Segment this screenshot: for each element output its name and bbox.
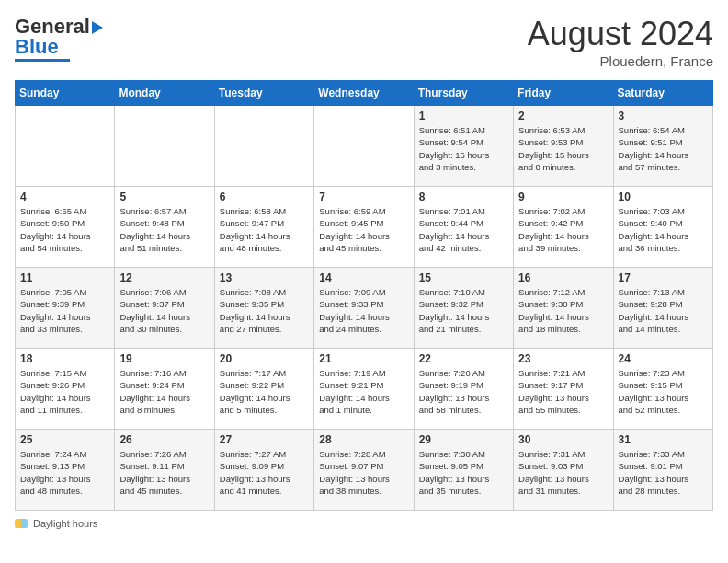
calendar-cell: 7Sunrise: 6:59 AM Sunset: 9:45 PM Daylig…	[314, 187, 414, 268]
calendar-cell	[314, 106, 414, 187]
calendar-week: 11Sunrise: 7:05 AM Sunset: 9:39 PM Dayli…	[16, 268, 713, 349]
day-info: Sunrise: 7:08 AM Sunset: 9:35 PM Dayligh…	[220, 286, 309, 335]
day-number: 1	[419, 109, 508, 122]
calendar-cell: 24Sunrise: 7:23 AM Sunset: 9:15 PM Dayli…	[613, 349, 712, 430]
location: Plouedern, France	[528, 53, 713, 69]
calendar-week: 25Sunrise: 7:24 AM Sunset: 9:13 PM Dayli…	[16, 430, 713, 511]
footer-label: Daylight hours	[33, 518, 97, 529]
calendar-cell: 28Sunrise: 7:28 AM Sunset: 9:07 PM Dayli…	[314, 430, 414, 511]
calendar-cell: 2Sunrise: 6:53 AM Sunset: 9:53 PM Daylig…	[514, 106, 613, 187]
logo-underline	[15, 59, 70, 62]
day-info: Sunrise: 7:03 AM Sunset: 9:40 PM Dayligh…	[619, 205, 708, 254]
day-number: 11	[20, 271, 109, 284]
calendar-cell: 1Sunrise: 6:51 AM Sunset: 9:54 PM Daylig…	[414, 106, 513, 187]
calendar-cell: 23Sunrise: 7:21 AM Sunset: 9:17 PM Dayli…	[514, 349, 613, 430]
day-number: 29	[419, 433, 508, 446]
day-info: Sunrise: 7:21 AM Sunset: 9:17 PM Dayligh…	[518, 367, 608, 416]
day-info: Sunrise: 7:30 AM Sunset: 9:05 PM Dayligh…	[419, 448, 508, 497]
day-info: Sunrise: 6:58 AM Sunset: 9:47 PM Dayligh…	[220, 205, 309, 254]
title-block: August 2024 Plouedern, France	[528, 15, 713, 69]
day-number: 13	[220, 271, 309, 284]
day-number: 18	[20, 352, 109, 365]
header-day: Tuesday	[214, 81, 313, 106]
day-number: 6	[220, 190, 309, 203]
header-day: Monday	[115, 81, 214, 106]
header-day: Sunday	[16, 81, 115, 106]
calendar-cell: 17Sunrise: 7:13 AM Sunset: 9:28 PM Dayli…	[613, 268, 712, 349]
calendar-cell: 5Sunrise: 6:57 AM Sunset: 9:48 PM Daylig…	[115, 187, 214, 268]
day-info: Sunrise: 6:59 AM Sunset: 9:45 PM Dayligh…	[319, 205, 408, 254]
day-number: 4	[20, 190, 109, 203]
calendar-cell: 15Sunrise: 7:10 AM Sunset: 9:32 PM Dayli…	[414, 268, 513, 349]
day-info: Sunrise: 7:15 AM Sunset: 9:26 PM Dayligh…	[20, 367, 109, 416]
calendar-cell: 14Sunrise: 7:09 AM Sunset: 9:33 PM Dayli…	[314, 268, 414, 349]
page-header: General Blue August 2024 Plouedern, Fran…	[15, 15, 713, 69]
day-number: 22	[419, 352, 508, 365]
day-number: 7	[319, 190, 408, 203]
day-info: Sunrise: 7:19 AM Sunset: 9:21 PM Dayligh…	[319, 367, 408, 416]
day-number: 23	[518, 352, 608, 365]
calendar-cell: 3Sunrise: 6:54 AM Sunset: 9:51 PM Daylig…	[613, 106, 712, 187]
day-number: 15	[419, 271, 508, 284]
day-info: Sunrise: 7:17 AM Sunset: 9:22 PM Dayligh…	[220, 367, 309, 416]
day-info: Sunrise: 7:27 AM Sunset: 9:09 PM Dayligh…	[220, 448, 309, 497]
day-info: Sunrise: 7:05 AM Sunset: 9:39 PM Dayligh…	[20, 286, 109, 335]
calendar-cell: 26Sunrise: 7:26 AM Sunset: 9:11 PM Dayli…	[115, 430, 214, 511]
calendar-cell: 9Sunrise: 7:02 AM Sunset: 9:42 PM Daylig…	[514, 187, 613, 268]
day-info: Sunrise: 7:10 AM Sunset: 9:32 PM Dayligh…	[419, 286, 508, 335]
calendar-cell: 11Sunrise: 7:05 AM Sunset: 9:39 PM Dayli…	[16, 268, 115, 349]
day-info: Sunrise: 7:20 AM Sunset: 9:19 PM Dayligh…	[419, 367, 508, 416]
day-number: 19	[119, 352, 209, 365]
calendar-body: 1Sunrise: 6:51 AM Sunset: 9:54 PM Daylig…	[16, 106, 713, 511]
day-number: 12	[119, 271, 209, 284]
day-number: 9	[518, 190, 608, 203]
day-number: 25	[20, 433, 109, 446]
day-number: 30	[518, 433, 608, 446]
calendar-cell: 12Sunrise: 7:06 AM Sunset: 9:37 PM Dayli…	[115, 268, 214, 349]
header-row: SundayMondayTuesdayWednesdayThursdayFrid…	[16, 81, 713, 106]
calendar-week: 1Sunrise: 6:51 AM Sunset: 9:54 PM Daylig…	[16, 106, 713, 187]
day-number: 31	[619, 433, 708, 446]
calendar-cell: 27Sunrise: 7:27 AM Sunset: 9:09 PM Dayli…	[214, 430, 313, 511]
day-info: Sunrise: 7:01 AM Sunset: 9:44 PM Dayligh…	[419, 205, 508, 254]
calendar-cell: 6Sunrise: 6:58 AM Sunset: 9:47 PM Daylig…	[214, 187, 313, 268]
day-info: Sunrise: 7:09 AM Sunset: 9:33 PM Dayligh…	[319, 286, 408, 335]
day-info: Sunrise: 7:24 AM Sunset: 9:13 PM Dayligh…	[20, 448, 109, 497]
calendar-week: 4Sunrise: 6:55 AM Sunset: 9:50 PM Daylig…	[16, 187, 713, 268]
calendar-cell	[115, 106, 214, 187]
day-number: 20	[220, 352, 309, 365]
day-number: 17	[619, 271, 708, 284]
day-number: 21	[319, 352, 408, 365]
day-number: 10	[619, 190, 708, 203]
day-info: Sunrise: 6:57 AM Sunset: 9:48 PM Dayligh…	[119, 205, 209, 254]
header-day: Wednesday	[314, 81, 414, 106]
calendar-cell: 19Sunrise: 7:16 AM Sunset: 9:24 PM Dayli…	[115, 349, 214, 430]
calendar-cell: 16Sunrise: 7:12 AM Sunset: 9:30 PM Dayli…	[514, 268, 613, 349]
calendar-week: 18Sunrise: 7:15 AM Sunset: 9:26 PM Dayli…	[16, 349, 713, 430]
daylight-icon	[15, 519, 28, 528]
day-info: Sunrise: 6:51 AM Sunset: 9:54 PM Dayligh…	[419, 124, 508, 173]
header-day: Friday	[514, 81, 613, 106]
calendar-cell: 8Sunrise: 7:01 AM Sunset: 9:44 PM Daylig…	[414, 187, 513, 268]
day-number: 3	[619, 109, 708, 122]
day-info: Sunrise: 7:16 AM Sunset: 9:24 PM Dayligh…	[119, 367, 209, 416]
logo: General Blue	[15, 15, 103, 62]
calendar-cell: 13Sunrise: 7:08 AM Sunset: 9:35 PM Dayli…	[214, 268, 313, 349]
calendar-cell: 29Sunrise: 7:30 AM Sunset: 9:05 PM Dayli…	[414, 430, 513, 511]
logo-blue: Blue	[15, 37, 59, 57]
header-day: Saturday	[613, 81, 712, 106]
calendar-cell: 31Sunrise: 7:33 AM Sunset: 9:01 PM Dayli…	[613, 430, 712, 511]
calendar-cell: 10Sunrise: 7:03 AM Sunset: 9:40 PM Dayli…	[613, 187, 712, 268]
day-info: Sunrise: 7:31 AM Sunset: 9:03 PM Dayligh…	[518, 448, 608, 497]
day-number: 8	[419, 190, 508, 203]
calendar-table: SundayMondayTuesdayWednesdayThursdayFrid…	[15, 80, 713, 511]
calendar-cell	[214, 106, 313, 187]
calendar-cell: 4Sunrise: 6:55 AM Sunset: 9:50 PM Daylig…	[16, 187, 115, 268]
day-info: Sunrise: 7:26 AM Sunset: 9:11 PM Dayligh…	[119, 448, 209, 497]
day-info: Sunrise: 7:23 AM Sunset: 9:15 PM Dayligh…	[619, 367, 708, 416]
footer: Daylight hours	[15, 518, 713, 529]
calendar-cell: 20Sunrise: 7:17 AM Sunset: 9:22 PM Dayli…	[214, 349, 313, 430]
calendar-cell	[16, 106, 115, 187]
calendar-cell: 30Sunrise: 7:31 AM Sunset: 9:03 PM Dayli…	[514, 430, 613, 511]
day-info: Sunrise: 6:55 AM Sunset: 9:50 PM Dayligh…	[20, 205, 109, 254]
